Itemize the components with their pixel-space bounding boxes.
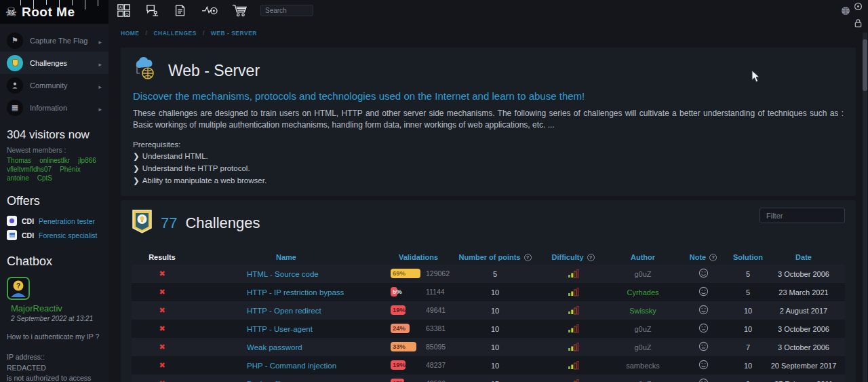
solution-count[interactable]: 5 xyxy=(734,270,762,278)
smiley-neutral-icon xyxy=(698,323,709,333)
prerequisites-label: Prerequisites: xyxy=(133,140,844,149)
page-title: Web - Server xyxy=(168,62,260,80)
lock-icon[interactable] xyxy=(854,18,863,31)
avatar[interactable]: ? xyxy=(7,277,30,300)
solution-count[interactable]: 7 xyxy=(734,343,762,351)
menu-label: Information xyxy=(30,104,98,112)
solution-count[interactable]: 10 xyxy=(734,362,762,370)
challenge-link[interactable]: PHP - Command injection xyxy=(247,362,336,370)
menu-label: Capture The Flag xyxy=(30,37,98,45)
challenge-link[interactable]: Weak password xyxy=(247,343,302,351)
difficulty-icon xyxy=(568,342,579,351)
ctf-flag-icon: ⚑ xyxy=(7,33,23,49)
column-points[interactable]: Number of points? xyxy=(457,253,533,261)
menu-label: Challenges xyxy=(30,59,98,67)
logo[interactable]: ☠ Root Me xyxy=(0,0,108,24)
menu-label: Community xyxy=(30,81,98,90)
validation-percentage-badge: 5% xyxy=(391,287,397,297)
offer-logo-icon xyxy=(7,216,17,226)
challenges-count: 77 xyxy=(161,214,177,232)
category-subtitle: Discover the mechanisms, protocols and t… xyxy=(133,90,844,102)
offer-type: CDI xyxy=(22,231,34,240)
author-link[interactable]: g0uZ xyxy=(613,325,673,333)
column-name[interactable]: Name xyxy=(193,253,380,261)
validation-percentage-badge: 24% xyxy=(391,324,410,333)
column-date[interactable]: Date xyxy=(762,253,845,261)
not-solved-icon: ✖ xyxy=(159,269,165,278)
not-solved-icon: ✖ xyxy=(159,306,165,314)
difficulty-icon xyxy=(568,360,579,370)
smiley-neutral-icon xyxy=(698,378,709,382)
challenges-panel: 77 Challenges Results Name Validations N… xyxy=(121,200,856,382)
logo-hanging-strings xyxy=(20,0,98,9)
validation-percentage-badge: 69% xyxy=(391,269,420,278)
validation-percentage-badge: 19% xyxy=(391,305,406,315)
difficulty-icon xyxy=(568,324,579,333)
sidebar-menu: ⚑ Capture The Flag Challenges Community … xyxy=(0,24,108,119)
author-link[interactable]: Cyrhades xyxy=(613,288,673,297)
table-header: Results Name Validations Number of point… xyxy=(132,251,845,263)
sidebar-item-information[interactable]: ▦ Information xyxy=(0,96,108,119)
column-results[interactable]: Results xyxy=(132,253,193,261)
member-link[interactable]: Phénix xyxy=(60,166,81,173)
points-value: 10 xyxy=(457,362,533,370)
chat-username-link[interactable]: MajorReactiv xyxy=(7,303,102,313)
table-row: ✖PHP - Command injection19%4823710sambec… xyxy=(132,356,845,375)
chevron-right-icon xyxy=(98,79,102,92)
points-value: 10 xyxy=(457,307,533,315)
not-solved-icon: ✖ xyxy=(159,361,165,369)
solution-count[interactable]: 5 xyxy=(734,288,762,297)
target-icon[interactable] xyxy=(854,1,863,14)
corner-icons xyxy=(854,1,863,31)
prerequisite-item: ❯Ability to manipulate a web browser. xyxy=(133,176,844,185)
column-author[interactable]: Author xyxy=(613,253,673,261)
scrollbar-thumb[interactable] xyxy=(863,39,867,91)
column-difficulty[interactable]: Difficulty? xyxy=(533,253,613,261)
help-icon[interactable]: ? xyxy=(587,254,595,261)
filter-input[interactable] xyxy=(760,208,845,223)
author-link[interactable]: g0uZ xyxy=(613,343,673,351)
column-solution[interactable]: Solution xyxy=(734,253,762,261)
points-value: 10 xyxy=(457,288,533,297)
challenge-link[interactable]: HTTP - IP restriction bypass xyxy=(247,288,344,297)
table-row: ✖HTTP - Open redirect19%4964110Swissky10… xyxy=(132,301,845,320)
member-link[interactable]: CptS xyxy=(37,174,52,182)
help-icon[interactable]: ? xyxy=(524,254,532,261)
not-solved-icon: ✖ xyxy=(159,324,165,332)
author-link[interactable]: g0uZ xyxy=(613,270,673,278)
challenge-link[interactable]: HTTP - User-agent xyxy=(247,325,313,333)
offer-link[interactable]: Penetration tester xyxy=(39,217,95,225)
column-note[interactable]: Note? xyxy=(673,253,734,261)
offer-link[interactable]: Forensic specialist xyxy=(39,231,97,240)
challenge-link[interactable]: HTTP - Open redirect xyxy=(247,307,321,315)
validation-percentage-badge: 33% xyxy=(391,342,416,351)
member-link[interactable]: Thomas xyxy=(7,157,31,164)
difficulty-icon xyxy=(568,269,579,278)
sidebar-item-challenges[interactable]: Challenges xyxy=(0,52,108,74)
solution-count[interactable]: 10 xyxy=(734,307,762,315)
author-link[interactable]: sambecks xyxy=(613,362,673,370)
sidebar-item-community[interactable]: Community xyxy=(0,74,108,96)
author-link[interactable]: g0uZ xyxy=(613,380,673,382)
challenge-link[interactable]: HTML - Source code xyxy=(247,270,319,278)
challenge-date: 3 October 2006 xyxy=(762,270,845,278)
challenge-link[interactable]: Backup file xyxy=(247,380,285,382)
member-link[interactable]: vfleltvmfldhs07 xyxy=(7,166,52,173)
member-link[interactable]: jlp866 xyxy=(78,157,96,164)
chat-message-line: IP address:: xyxy=(7,352,102,363)
column-validations[interactable]: Validations xyxy=(380,253,457,261)
solution-count[interactable]: 10 xyxy=(734,325,762,333)
challenge-date: 27 February 2011 xyxy=(762,380,845,382)
chatbox: ? MajorReactiv 2 September 2022 at 13:21… xyxy=(0,274,108,382)
visitors-count: 304 visitors now xyxy=(0,119,108,145)
offer-type: CDI xyxy=(22,217,34,225)
solution-count[interactable]: 9 xyxy=(734,380,762,382)
sidebar-item-capture-the-flag[interactable]: ⚑ Capture The Flag xyxy=(0,29,108,52)
validation-count: 129062 xyxy=(426,269,450,278)
author-link[interactable]: Swissky xyxy=(613,307,673,315)
chat-message-line: is not authorized to access xyxy=(7,373,102,382)
challenges-banner-icon xyxy=(132,209,153,237)
help-icon[interactable]: ? xyxy=(709,254,717,261)
member-link[interactable]: onlinestlkr xyxy=(39,157,70,164)
member-link[interactable]: antoine xyxy=(7,174,29,182)
